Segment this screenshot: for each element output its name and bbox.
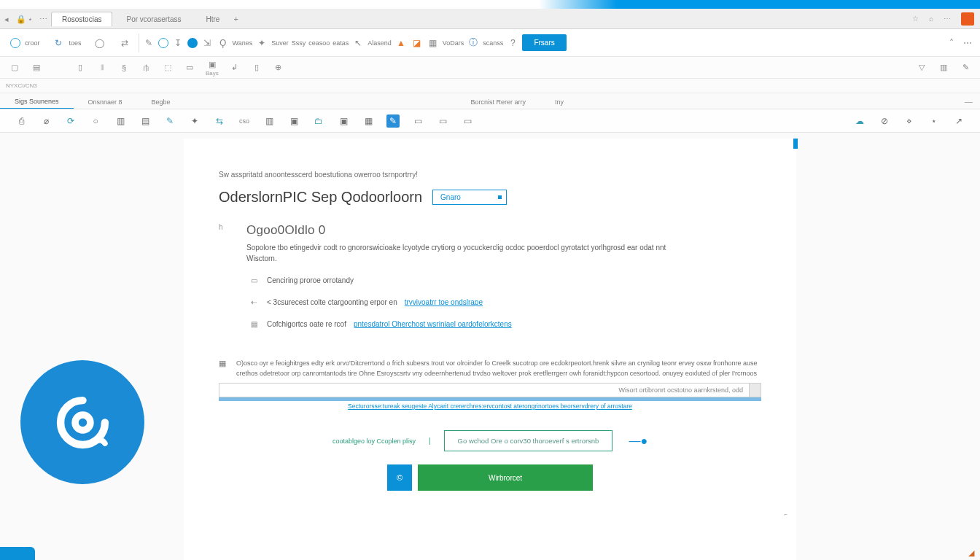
sr-icon-r1[interactable]: ▽ [916,62,928,74]
sr-icon-4[interactable]: ⫴ [96,62,108,74]
sr-icon-8[interactable]: ▭ [184,62,195,74]
sr-icon-3[interactable]: ▯ [74,62,86,74]
refresh-icon[interactable]: ⋆ [28,15,36,23]
scroll-indicator[interactable] [793,139,798,149]
sr-icon-5[interactable]: § [118,62,130,74]
resize-grip-icon[interactable]: ◢ [968,548,976,556]
back-icon[interactable]: ◂ [4,15,13,23]
sr-icon-2[interactable]: ▤ [31,62,42,74]
subtab-close-icon[interactable]: — [957,94,980,109]
fmt-icon-2[interactable]: ⌀ [39,114,52,128]
tab-1[interactable]: Rosostocias [51,12,112,26]
scanss-label: scanss [483,39,503,47]
sr-icon-m2[interactable]: ▯ [251,62,262,74]
teal-sep: | [429,437,431,445]
fmt-icon-17[interactable]: ▭ [436,114,449,128]
list-item-link[interactable]: pntesdatrol Oherchost wsriniael oardofel… [354,320,512,328]
fmt-icon-11[interactable]: ▣ [287,114,300,128]
subtab-1[interactable]: Sigs Sounenes [0,95,74,109]
fmt-icon-16[interactable]: ▭ [411,114,424,128]
card-icon: ▭ [248,274,260,286]
tab-3[interactable]: Htre [195,12,231,26]
menu-icon[interactable]: ⋯ [39,15,48,23]
progress-caption[interactable]: Secturorsse:tureak seugeste Alycarit cre… [219,402,761,410]
teal-option-box[interactable]: Go wchod Ore o corv30 thoroeverf s ertro… [444,430,613,451]
circle-icon[interactable]: ◯ [93,36,106,50]
grid-icon[interactable]: ▦ [427,36,440,50]
edit-icon[interactable]: ✎ [142,36,155,50]
flag-icon[interactable]: ◪ [411,36,424,50]
teal-arrow-icon[interactable]: —● [629,435,648,448]
list-item-text: Cofchigortcs oate re rcof [267,320,346,328]
input-stepper[interactable] [750,383,761,397]
title-selector[interactable]: Gnaro [432,190,507,205]
fmt-icon-5[interactable]: ▥ [114,114,127,128]
primary-action-button[interactable]: Frsars [522,34,566,51]
fmt-icon-14[interactable]: ▦ [362,114,375,128]
margin-marker: h [219,223,232,330]
fmt-icon-1[interactable]: ⎙ [15,114,28,128]
list-item-text: Cenciring proroe orrotandy [267,276,354,284]
info-icon[interactable]: ⓘ [467,36,480,50]
list-item-link[interactable]: tryvivoatrr toe ondslrape [405,298,483,306]
sr-icon-1[interactable]: ▢ [9,62,20,74]
subtab-3[interactable]: Begbe [137,96,185,109]
fmt-icon-7[interactable]: ✦ [188,114,201,128]
reload-icon[interactable]: ↻ [52,36,65,50]
ring-icon[interactable] [158,38,168,48]
help-icon[interactable]: ? [506,36,519,50]
fmt-highlight-icon[interactable]: ✎ [386,114,400,128]
fmt-r2-icon[interactable]: ⋄ [903,114,916,128]
fmt-cso-label: cso [238,114,251,128]
note-icon: ▦ [219,359,230,370]
sr-icon-r2[interactable]: ▥ [938,62,949,74]
sr-icon-r3[interactable]: ✎ [960,62,971,74]
fmt-r3-icon[interactable]: ⋆ [928,114,941,128]
fmt-r4-icon[interactable]: ↗ [952,114,965,128]
submit-button[interactable]: Wirbrorcet [418,464,593,491]
star-icon[interactable]: ☆ [912,15,919,23]
collapse-icon[interactable]: ˄ [945,36,958,50]
subtab-2[interactable]: Onsnnaer 8 [74,96,137,109]
home-icon[interactable] [10,38,20,48]
sr-icon-6[interactable]: ⫛ [140,62,152,74]
key-icon[interactable]: Ϙ [217,36,230,50]
browser-tab-row: ◂ 🔒 ⋆ ⋯ Rosostocias Por vcorasertass Htr… [0,9,980,29]
subtab-r2[interactable]: Iny [540,96,578,109]
sr-icon-7[interactable]: ⬚ [162,62,174,74]
download-icon[interactable]: ↧ [171,36,184,50]
fmt-r1-icon[interactable]: ⊘ [878,114,891,128]
sr-icon-m1[interactable]: ↲ [229,62,241,74]
main-text-input[interactable] [219,383,750,397]
fmt-folder-icon[interactable]: 🗀 [312,114,325,128]
subtab-r1[interactable]: Borcnist Rerer arry [456,96,540,109]
spark-icon[interactable]: ✦ [255,36,268,50]
fmt-cloud-icon[interactable]: ☁ [853,114,866,128]
fmt-icon-10[interactable]: ▥ [262,114,276,128]
search-icon[interactable]: ⌕ [929,15,933,23]
fmt-icon-18[interactable]: ▭ [461,114,474,128]
app-switcher-icon[interactable] [961,12,974,26]
swap-icon[interactable]: ⇄ [118,36,131,50]
sr-icon-9[interactable]: ▣ [206,58,218,70]
cursor-icon[interactable]: ↖ [351,36,365,50]
fmt-icon-6[interactable]: ▤ [139,114,152,128]
forward-icon[interactable]: ⇲ [201,36,214,50]
overflow-icon[interactable]: ⋯ [944,15,951,23]
note-text: O)osco oyr e feoighitrges edty erk orvo'… [236,359,761,378]
progress-bar [219,397,761,401]
step-title: Ogoo0Oldlo 0 [246,223,684,238]
tab-2[interactable]: Por vcorasertass [115,12,192,26]
fmt-brush-icon[interactable]: ✎ [163,114,176,128]
home-label: croor [25,39,40,47]
fmt-icon-4[interactable]: ○ [89,114,102,128]
fmt-icon-3[interactable]: ⟳ [64,114,77,128]
fmt-icon-8[interactable]: ⇆ [213,114,226,128]
fmt-icon-13[interactable]: ▣ [337,114,350,128]
warn-icon[interactable]: ▲ [394,36,408,50]
more-icon[interactable]: ⋯ [961,36,974,50]
dot-icon[interactable] [187,38,198,48]
new-tab-icon[interactable]: + [233,15,242,23]
sr-icon-m3[interactable]: ⊕ [273,62,284,74]
copyright-button[interactable]: © [387,464,412,491]
